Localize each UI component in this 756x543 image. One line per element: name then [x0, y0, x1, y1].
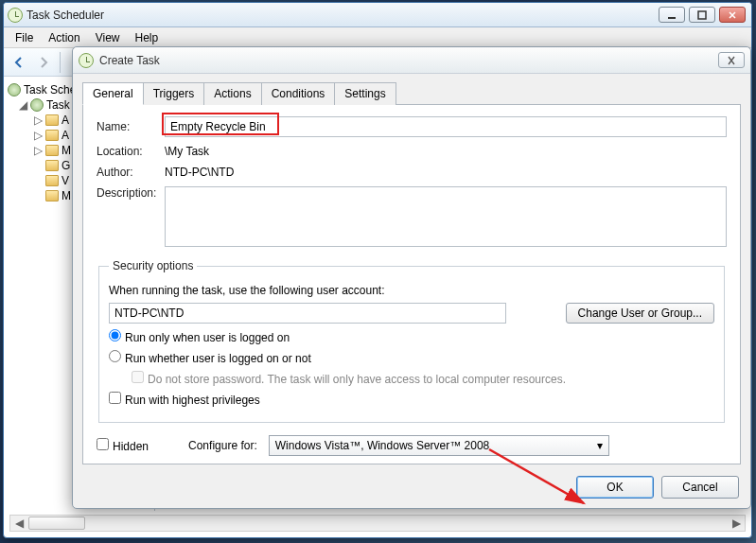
- user-account-field: NTD-PC\NTD: [109, 303, 506, 324]
- ok-button[interactable]: OK: [576, 476, 654, 499]
- dialog-close-button[interactable]: [718, 52, 745, 68]
- tab-conditions[interactable]: Conditions: [261, 82, 336, 105]
- svg-rect-0: [668, 17, 676, 19]
- scheduler-icon: [8, 83, 21, 96]
- dialog-titlebar[interactable]: Create Task: [73, 47, 750, 74]
- menu-help[interactable]: Help: [128, 28, 167, 47]
- change-user-button[interactable]: Change User or Group...: [566, 303, 714, 324]
- scrollbar-thumb[interactable]: [28, 517, 85, 530]
- expand-icon[interactable]: ▷: [34, 116, 43, 125]
- app-icon: [8, 8, 23, 23]
- tab-triggers[interactable]: Triggers: [143, 82, 205, 105]
- main-title: Task Scheduler: [23, 9, 659, 22]
- menu-view[interactable]: View: [88, 28, 128, 47]
- author-value: NTD-PC\NTD: [165, 166, 727, 179]
- nav-forward-button[interactable]: [32, 51, 55, 74]
- collapse-icon[interactable]: ◢: [19, 101, 27, 110]
- minimize-button[interactable]: [659, 7, 685, 23]
- configure-for-select[interactable]: Windows Vista™, Windows Server™ 2008 ▾: [269, 435, 609, 456]
- location-value: \My Task: [165, 145, 727, 158]
- radio-logged-on[interactable]: Run only when user is logged on: [109, 329, 290, 344]
- folder-icon: [45, 130, 59, 141]
- expand-icon[interactable]: ▷: [34, 147, 43, 155]
- checkbox-highest-privileges[interactable]: Run with highest privileges: [109, 392, 260, 407]
- description-label: Description:: [97, 186, 165, 200]
- location-label: Location:: [97, 145, 165, 158]
- menu-action[interactable]: Action: [41, 28, 87, 47]
- dialog-title: Create Task: [99, 54, 718, 67]
- description-input[interactable]: [165, 186, 727, 247]
- security-legend: Security options: [109, 259, 197, 272]
- main-titlebar: Task Scheduler: [4, 3, 751, 27]
- radio-whether-logged[interactable]: Run whether user is logged on or not: [109, 350, 311, 365]
- folder-icon: [45, 145, 59, 156]
- dialog-icon: [79, 53, 94, 68]
- security-prompt: When running the task, use the following…: [109, 284, 714, 297]
- cancel-button[interactable]: Cancel: [661, 476, 739, 499]
- tab-settings[interactable]: Settings: [334, 82, 396, 105]
- folder-icon: [45, 160, 59, 171]
- menu-file[interactable]: File: [8, 28, 41, 47]
- create-task-dialog: Create Task General Triggers Actions Con…: [72, 46, 751, 509]
- checkbox-no-store-password: Do not store password. The task will onl…: [132, 371, 566, 386]
- name-input[interactable]: [165, 116, 727, 137]
- nav-back-button[interactable]: [8, 51, 30, 74]
- name-label: Name:: [97, 120, 165, 133]
- close-button[interactable]: [719, 7, 746, 23]
- maximize-button[interactable]: [689, 7, 715, 23]
- security-options-group: Security options When running the task, …: [98, 259, 725, 423]
- author-label: Author:: [97, 166, 165, 179]
- tab-body-general: Name: Location: \My Task Author: NTD-PC\…: [82, 104, 741, 464]
- checkbox-hidden[interactable]: Hidden: [97, 438, 149, 453]
- configure-for-label: Configure for:: [188, 439, 257, 452]
- menubar: File Action View Help: [4, 27, 751, 48]
- horizontal-scrollbar[interactable]: ◀ ▶: [9, 515, 746, 532]
- scheduler-icon: [30, 98, 44, 112]
- tab-general[interactable]: General: [82, 82, 144, 105]
- scroll-left-icon[interactable]: ◀: [10, 516, 27, 531]
- dropdown-icon: ▾: [597, 439, 603, 452]
- tab-strip: General Triggers Actions Conditions Sett…: [82, 81, 741, 104]
- expand-icon[interactable]: ▷: [34, 131, 43, 140]
- tab-actions[interactable]: Actions: [203, 82, 261, 105]
- svg-rect-1: [698, 11, 706, 19]
- scroll-right-icon[interactable]: ▶: [728, 516, 745, 531]
- folder-icon: [45, 114, 59, 126]
- folder-icon: [45, 190, 59, 201]
- folder-icon: [45, 175, 59, 186]
